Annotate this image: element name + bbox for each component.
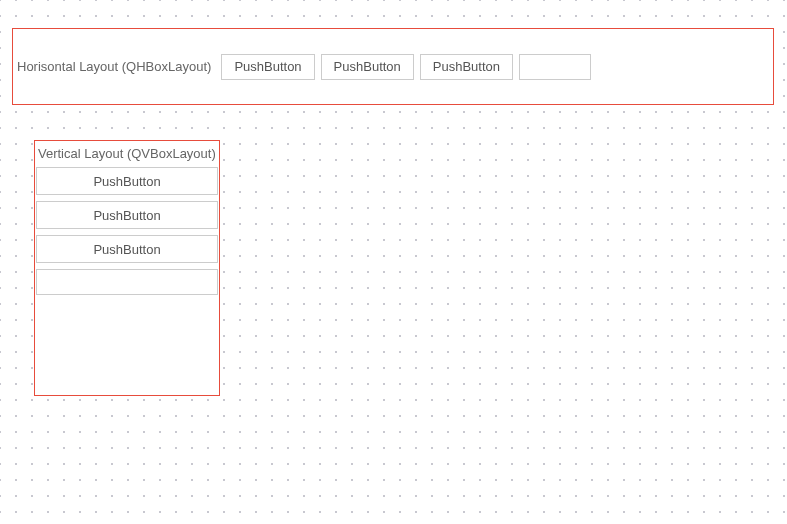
hbox-pushbutton-2[interactable]: PushButton [321,54,414,80]
vbox-spacer [36,301,218,394]
vbox-pushbutton-3[interactable]: PushButton [36,235,218,263]
hbox-spacer [591,29,787,104]
vbox-text-input[interactable] [36,269,218,295]
vbox-pushbutton-2[interactable]: PushButton [36,201,218,229]
hbox-text-input[interactable] [519,54,591,80]
horizontal-layout-container: Horisontal Layout (QHBoxLayout) PushButt… [12,28,774,105]
hbox-pushbutton-3[interactable]: PushButton [420,54,513,80]
vertical-layout-label: Vertical Layout (QVBoxLayout) [36,142,218,167]
vertical-layout-container: Vertical Layout (QVBoxLayout) PushButton… [34,140,220,396]
vbox-pushbutton-1[interactable]: PushButton [36,167,218,195]
hbox-pushbutton-1[interactable]: PushButton [221,54,314,80]
horizontal-layout-label: Horisontal Layout (QHBoxLayout) [15,59,215,74]
